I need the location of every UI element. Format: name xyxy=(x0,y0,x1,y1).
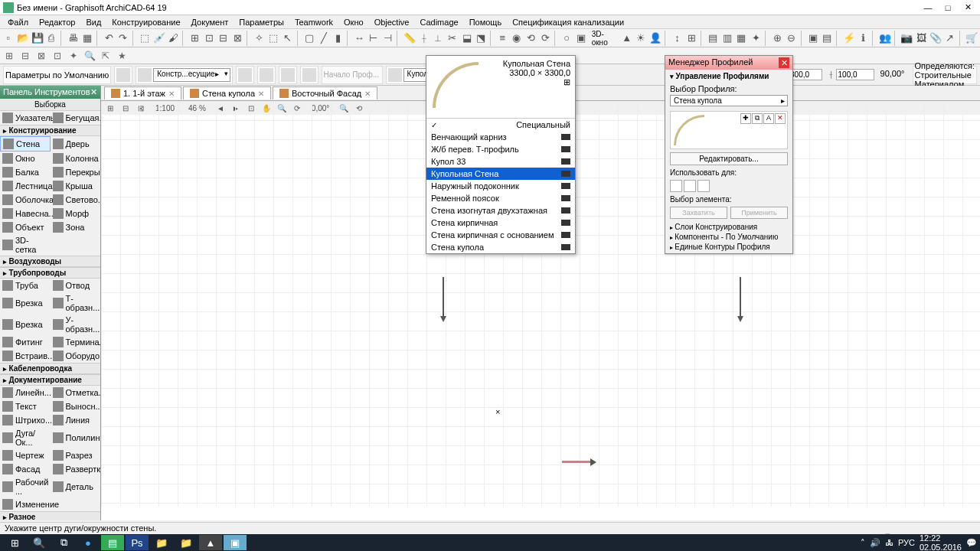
bundle4-icon[interactable]: ⊡ xyxy=(50,49,65,63)
profmgr-dup-icon[interactable]: ⧉ xyxy=(752,113,763,124)
profmgr-tree-item[interactable]: Слои Конструирования xyxy=(670,222,788,232)
tray-lang[interactable]: РУС xyxy=(898,538,915,547)
folder-icon[interactable]: 📁 xyxy=(175,535,198,550)
minimize-button[interactable]: — xyxy=(919,2,937,14)
tool-Фитинг[interactable]: Фитинг xyxy=(0,335,51,349)
tool-Светово...[interactable]: Светово... xyxy=(51,193,101,207)
beam-icon[interactable]: ▤ xyxy=(706,31,720,46)
menu-документ[interactable]: Документ xyxy=(187,16,234,28)
bundle3-icon[interactable]: ⊠ xyxy=(34,49,49,63)
tool-Оборудо...[interactable]: Оборудо... xyxy=(51,349,101,363)
marker-icon[interactable]: ▮ xyxy=(331,31,345,46)
solid-icon[interactable]: ◉ xyxy=(510,31,524,46)
dropdown-item[interactable]: Специальный xyxy=(426,119,575,131)
line-icon[interactable]: ╱ xyxy=(317,31,331,46)
snap-icon[interactable]: ⊞ xyxy=(188,31,202,46)
toolbox-close-icon[interactable]: ✕ xyxy=(90,87,97,97)
tool-Т-образн...[interactable]: Т-образн... xyxy=(51,292,101,314)
persp-icon[interactable]: ▲ xyxy=(620,31,634,46)
app-icon[interactable]: ▣ xyxy=(224,535,247,550)
tool-Деталь[interactable]: Деталь xyxy=(51,476,101,497)
tool-Окно[interactable]: Окно xyxy=(0,152,51,165)
profmgr-profile-combo[interactable]: Стена купола xyxy=(670,95,788,106)
wall-icon[interactable]: ▦ xyxy=(735,31,749,46)
snap2-icon[interactable]: ⊡ xyxy=(203,31,217,46)
morphset-icon[interactable]: ✦ xyxy=(66,49,81,63)
ruler-icon[interactable]: 📏 xyxy=(403,31,416,46)
info-icon[interactable]: ℹ xyxy=(857,31,871,46)
menu-teamwork[interactable]: Teamwork xyxy=(290,16,338,28)
tray-vol-icon[interactable]: 🔊 xyxy=(870,538,880,548)
bundle-icon[interactable]: ⊞ xyxy=(2,49,17,63)
boolean-icon[interactable]: ⊕ xyxy=(770,31,784,46)
story-icon[interactable] xyxy=(138,68,152,82)
tool-Полилиния[interactable]: Полилиния xyxy=(51,427,101,448)
tab-close-icon[interactable]: ✕ xyxy=(258,90,264,98)
tool-Рабочий ...[interactable]: Рабочий ... xyxy=(0,476,51,497)
dropdown-item[interactable]: Стена кирпичная xyxy=(426,217,575,229)
inject-icon[interactable]: 💉 xyxy=(152,31,166,46)
sun-icon[interactable]: ☀ xyxy=(635,31,648,46)
morph2-icon[interactable]: ▤ xyxy=(821,31,835,46)
profmgr-edit-button[interactable]: Редактировать... xyxy=(670,152,788,165)
toolbox-section[interactable]: Воздуховоды xyxy=(0,256,100,267)
tool-Зона[interactable]: Зона xyxy=(51,220,101,234)
toolbox-section[interactable]: Конструирование xyxy=(0,125,100,136)
tab-close-icon[interactable]: ✕ xyxy=(168,90,175,98)
print-icon[interactable]: 🖶 xyxy=(67,31,80,46)
tool-Лестница[interactable]: Лестница xyxy=(0,179,51,193)
chrome-icon[interactable]: ● xyxy=(77,535,100,550)
profmgr-apply-button[interactable]: Применить xyxy=(730,207,788,219)
section-icon[interactable]: ⬓ xyxy=(460,31,474,46)
camera-icon[interactable]: 📷 xyxy=(900,31,913,46)
menu-objective[interactable]: Objective xyxy=(370,16,414,28)
tray-time[interactable]: 12:2202.05.2016 xyxy=(920,533,962,551)
tool-Выносн...[interactable]: Выносн... xyxy=(51,399,101,413)
tool-[interactable] xyxy=(51,497,101,511)
globe-icon[interactable]: ○ xyxy=(560,31,573,46)
teamwork-icon[interactable]: 👥 xyxy=(878,31,892,46)
profmgr-use-wall-icon[interactable] xyxy=(670,180,682,192)
tool-Крыша[interactable]: Крыша xyxy=(51,179,101,193)
energy-icon[interactable]: ⚡ xyxy=(842,31,856,46)
dropdown-item[interactable]: Купольная Стена xyxy=(426,168,575,180)
tab-close-icon[interactable]: ✕ xyxy=(364,90,371,98)
search-icon[interactable]: 🔍 xyxy=(28,535,51,550)
tool-Стена[interactable]: Стена xyxy=(0,136,51,152)
dropdown-item[interactable]: Купол 33 xyxy=(426,155,575,168)
tool-Колонна[interactable]: Колонна xyxy=(51,152,101,165)
break-icon[interactable]: ✂ xyxy=(446,31,459,46)
open-icon[interactable]: 📂 xyxy=(16,31,30,46)
geometry2-icon[interactable] xyxy=(260,68,273,82)
menu-cadimage[interactable]: Cadimage xyxy=(415,16,462,28)
plot-icon[interactable]: ▦ xyxy=(80,31,94,46)
taskview-icon[interactable]: ⧉ xyxy=(52,535,75,550)
ruler2-icon[interactable]: ⟊ xyxy=(417,31,431,46)
tool-Врезка[interactable]: Врезка xyxy=(0,292,51,314)
find-icon[interactable]: 🔍 xyxy=(82,49,97,63)
tray-notif-icon[interactable]: 💬 xyxy=(966,538,977,548)
menu-конструирование[interactable]: Конструирование xyxy=(107,16,185,28)
maximize-button[interactable]: □ xyxy=(939,2,957,14)
close-button[interactable]: ✕ xyxy=(959,2,977,14)
profmgr-section[interactable]: Управление Профилями xyxy=(665,70,792,83)
gen2-icon[interactable]: ⊞ xyxy=(684,31,698,46)
geometry4-icon[interactable] xyxy=(302,68,316,82)
photo-icon[interactable]: 🖼 xyxy=(914,31,928,46)
coord-y-input[interactable] xyxy=(836,69,874,80)
tool-Морф[interactable]: Морф xyxy=(51,207,101,220)
tab-2[interactable]: Восточный Фасад✕ xyxy=(273,86,377,99)
view3d-icon[interactable]: ▣ xyxy=(574,31,588,46)
gen1-icon[interactable]: ↕ xyxy=(671,31,684,46)
tool-Штрихо...[interactable]: Штрихо... xyxy=(0,413,51,427)
tool-Развертка[interactable]: Развертка xyxy=(51,462,101,476)
tab-1[interactable]: Стена купола✕ xyxy=(183,86,271,99)
menu-файл[interactable]: Файл xyxy=(3,16,33,28)
select-icon[interactable]: ⬚ xyxy=(266,31,280,46)
toolbox-section[interactable]: Документирование xyxy=(0,374,100,386)
toolbox-section[interactable]: Разное xyxy=(0,511,100,520)
3d-window-label[interactable]: 3D-окно xyxy=(589,28,619,48)
new-icon[interactable]: ▫ xyxy=(2,31,15,46)
dropdown-item[interactable]: Стена кирпичная с основанием xyxy=(426,229,575,241)
clip-icon[interactable]: 📎 xyxy=(929,31,942,46)
